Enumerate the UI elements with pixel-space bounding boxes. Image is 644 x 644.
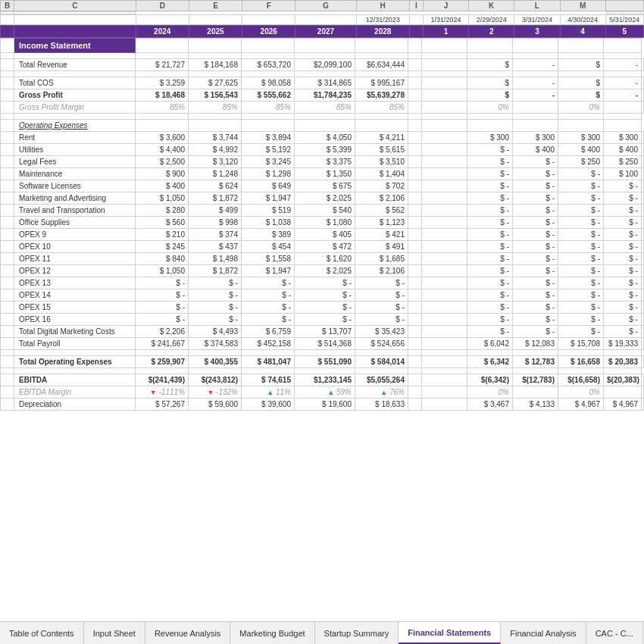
row-label: EBITDA Margin [14,386,136,399]
value-cell-last: $ - [642,229,644,241]
value-cell: $ - [467,326,513,338]
value-cell: $ - [604,265,642,277]
value-cell: $ [467,59,513,71]
value-cell [422,253,467,265]
value-cell: $ 1,080 [295,217,355,229]
table-row: Utilities$ 4,400$ 4,992$ 5,192$ 5,399$ 5… [1,144,644,156]
value-cell: $ 3,894 [242,132,295,144]
value-cell: $ - [558,168,604,180]
value-cell-last: $ - [642,326,644,338]
value-cell [422,241,467,253]
value-cell: $ - [295,277,355,289]
value-cell: - [513,77,558,89]
value-cell: $ 5,615 [355,144,408,156]
value-cell [422,168,467,180]
table-row: EBITDA Margin▼ -1111%▼ -132%▲ 11%▲ 59%▲ … [1,386,644,399]
value-cell: $ 1,038 [242,217,295,229]
value-cell: $ 3,467 [467,399,513,411]
col-d: D [136,1,189,11]
value-cell: $ 3,375 [295,156,355,168]
col-k: K [469,1,514,11]
value-cell: $ 35,423 [355,326,408,338]
value-cell: - [604,59,642,71]
value-cell: $ - [513,156,558,168]
value-cell-last: $ [642,89,644,102]
value-cell: $ 2,206 [136,326,189,338]
value-cell: $ 314,865 [295,77,355,89]
col-m: M [560,1,605,11]
tab-marketing-budget[interactable]: Marketing Budget [230,622,314,644]
value-cell: 0% [467,386,513,399]
value-cell-last: $ 250 [642,156,644,168]
value-cell-last: $ [642,77,644,89]
value-cell: $ 4,493 [189,326,242,338]
value-cell: $ - [242,302,295,314]
row-label: Total COS [14,77,136,89]
row-label: OPEX 15 [14,302,136,314]
value-cell: $ 6,042 [467,338,513,350]
value-cell: $ - [467,253,513,265]
tab-input-sheet[interactable]: Input Sheet [84,622,145,644]
value-cell: $ 57,267 [136,399,189,411]
value-cell: $ - [558,302,604,314]
value-cell: $ 259,907 [136,356,189,368]
tab-financial-analysis[interactable]: Financial Analysis [501,622,586,644]
row-label: EBITDA [14,374,136,386]
value-cell: $ 1,872 [189,192,242,205]
value-cell: $ - [513,253,558,265]
value-cell: $ 15,708 [558,338,604,350]
row-label: Total Revenue [14,59,136,71]
row-label: OPEX 16 [14,314,136,326]
col-c: C [14,1,136,11]
value-cell: $ [467,89,513,102]
value-cell: $ 2,025 [295,265,355,277]
value-cell: 85% [189,102,242,114]
value-cell: $ - [355,289,408,302]
value-cell: $ - [242,277,295,289]
table-row: Total Payroll$ 241,667$ 374,583$ 452,158… [1,338,644,350]
value-cell: $ 3,744 [189,132,242,144]
value-cell: $ - [467,229,513,241]
tab-cac---c...[interactable]: CAC - C... [586,622,643,644]
value-cell: $ - [604,205,642,217]
value-cell: $ 4,967 [558,399,604,411]
tab-financial-statements[interactable]: Financial Statements [399,622,501,644]
value-cell: $ - [513,265,558,277]
table-row: Total Operating Expenses$ 259,907$ 400,3… [1,356,644,368]
value-cell: $ 21,727 [136,59,189,71]
value-cell: $ 400,355 [189,356,242,368]
value-cell: $ - [558,289,604,302]
value-cell: 0% [558,102,604,114]
value-cell [513,102,558,114]
value-cell: $ 98,058 [242,77,295,89]
value-cell-last: $ - [642,314,644,326]
value-cell: $ 6,759 [242,326,295,338]
value-cell: $ 555,662 [242,89,295,102]
years-header-row: 2024 2025 2026 2027 2028 1 2 3 4 5 [1,26,644,38]
value-cell: ▼ -132% [189,386,242,399]
row-label: Depreciation [14,399,136,411]
col-f: F [242,1,295,11]
value-cell-last: $ - [642,302,644,314]
value-cell: $ 998 [189,217,242,229]
value-cell: $ - [513,241,558,253]
value-cell [422,338,467,350]
tab-table-of-contents[interactable]: Table of Contents [0,622,84,644]
value-cell [422,102,467,114]
value-cell [422,89,467,102]
value-cell: $ [467,77,513,89]
value-cell: $ - [604,253,642,265]
value-cell: $ - [604,229,642,241]
tab-startup-summary[interactable]: Startup Summary [315,622,399,644]
value-cell: - [604,77,642,89]
value-cell: ▲ 76% [355,386,408,399]
table-row: Total COS$ 3,259$ 27,625$ 98,058$ 314,86… [1,77,644,89]
tab-revenue-analysis[interactable]: Revenue Analysis [145,622,230,644]
table-row: Software Licenses$ 400$ 624$ 649$ 675$ 7… [1,180,644,192]
value-cell: $ 300 [513,132,558,144]
value-cell: $ 702 [355,180,408,192]
value-cell: $ 519 [242,205,295,217]
value-cell-last: 0% [642,386,644,399]
empty-row [1,53,644,59]
value-cell: $ - [558,265,604,277]
